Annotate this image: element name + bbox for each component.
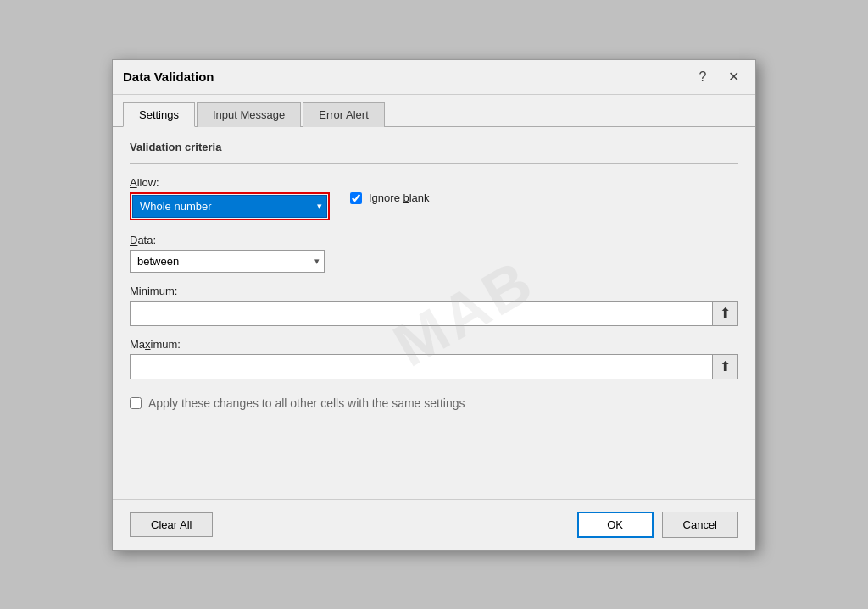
ignore-blank-checkbox[interactable] [350,192,362,204]
clear-all-button[interactable]: Clear All [130,512,213,537]
maximum-group: Maximum: ⬆ [130,338,738,379]
minimum-input-row: ⬆ [130,301,738,326]
footer-left: Clear All [130,512,213,537]
data-form-group: Data: between not between equal to not e… [130,234,738,273]
data-select[interactable]: between not between equal to not equal t… [130,250,325,273]
cancel-button[interactable]: Cancel [662,512,738,538]
footer-right: OK Cancel [577,512,738,538]
ignore-blank-row: Ignore blank [350,191,430,204]
maximum-label: Maximum: [130,338,738,351]
allow-row: Allow: Whole number Any value Decimal Li… [130,176,738,220]
ignore-blank-label[interactable]: Ignore blank [369,191,430,204]
minimum-input[interactable] [130,301,713,326]
section-divider [130,163,738,164]
close-button[interactable]: ✕ [721,67,745,87]
apply-checkbox-row: Apply these changes to all other cells w… [130,396,738,410]
allow-select-container: Whole number Any value Decimal List Date… [130,192,330,220]
allow-label: Allow: [130,176,330,189]
dialog-body: MAB Validation criteria Allow: Whole num… [113,127,755,499]
data-label: Data: [130,234,738,246]
allow-select-inner: Whole number Any value Decimal List Date… [132,195,327,218]
minimum-ref-button[interactable]: ⬆ [713,301,738,326]
maximum-ref-button[interactable]: ⬆ [713,354,738,379]
dialog-footer: Clear All OK Cancel [113,499,755,550]
ok-button[interactable]: OK [577,512,654,538]
allow-group: Allow: Whole number Any value Decimal Li… [130,176,330,220]
tab-error-alert[interactable]: Error Alert [303,102,385,127]
data-validation-dialog: Data Validation ? ✕ Settings Input Messa… [112,59,756,551]
data-group: Data: between not between equal to not e… [130,234,738,273]
maximum-input[interactable] [130,354,713,379]
tabs-bar: Settings Input Message Error Alert [113,95,755,127]
help-button[interactable]: ? [691,67,715,87]
minimum-group: Minimum: ⬆ [130,285,738,326]
title-bar-controls: ? ✕ [691,67,745,87]
allow-select[interactable]: Whole number Any value Decimal List Date… [132,195,327,218]
dialog-title: Data Validation [123,69,214,84]
minimum-label: Minimum: [130,285,738,297]
tab-settings[interactable]: Settings [123,102,195,127]
validation-criteria-label: Validation criteria [130,141,738,153]
data-select-wrapper: between not between equal to not equal t… [130,250,325,273]
apply-changes-label[interactable]: Apply these changes to all other cells w… [148,396,465,410]
tab-input-message[interactable]: Input Message [197,102,301,127]
maximum-input-row: ⬆ [130,354,738,379]
title-bar: Data Validation ? ✕ [113,60,755,95]
apply-changes-checkbox[interactable] [130,397,142,409]
